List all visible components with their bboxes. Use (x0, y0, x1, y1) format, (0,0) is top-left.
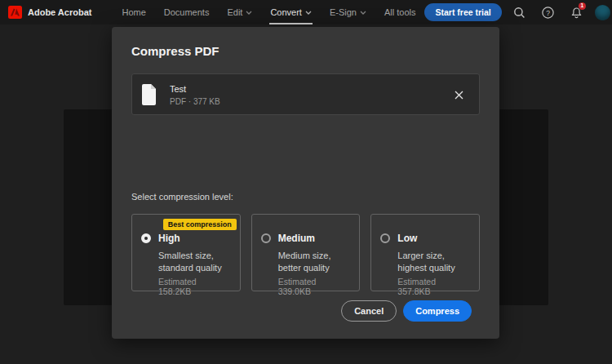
topbar-actions: Start free trial ? 1 (424, 2, 612, 23)
help-icon[interactable]: ? (538, 2, 559, 23)
chevron-down-icon (246, 11, 252, 15)
cancel-button[interactable]: Cancel (341, 300, 397, 322)
notifications-bell-icon[interactable]: 1 (566, 2, 588, 23)
nav-label: Convert (270, 7, 302, 17)
option-card-low[interactable]: Low Larger size, highest quality Estimat… (370, 214, 480, 291)
option-estimate: Estimated 339.0KB (278, 277, 352, 296)
nav-item-all-tools[interactable]: All tools (375, 0, 425, 24)
compress-button[interactable]: Compress (403, 300, 472, 322)
search-icon[interactable] (509, 2, 530, 23)
close-icon[interactable] (450, 86, 468, 104)
brand-title: Adobe Acrobat (28, 7, 91, 17)
notification-badge: 1 (579, 2, 586, 10)
adobe-logo-icon[interactable] (8, 6, 22, 19)
option-name: Medium (278, 233, 315, 244)
top-navigation-bar: Adobe Acrobat Home Documents Edit Conver… (0, 0, 612, 24)
nav-label: E-Sign (330, 7, 357, 17)
option-estimate: Estimated 357.8KB (397, 277, 471, 296)
radio-high-selected[interactable] (141, 233, 151, 243)
main-nav: Home Documents Edit Convert E-Sign All t… (113, 0, 424, 24)
radio-low[interactable] (380, 233, 390, 243)
chevron-down-icon (305, 11, 312, 15)
nav-label: Home (122, 7, 145, 17)
compression-level-label: Select compression level: (131, 192, 233, 202)
acrobat-app: Adobe Acrobat Home Documents Edit Conver… (0, 0, 612, 364)
nav-label: Documents (164, 7, 210, 17)
nav-item-documents[interactable]: Documents (155, 0, 219, 24)
file-meta: PDF · 377 KB (170, 97, 220, 106)
nav-label: Edit (227, 7, 242, 17)
option-name: High (158, 233, 180, 244)
svg-text:?: ? (546, 8, 550, 16)
option-estimate: Estimated 158.2KB (158, 277, 232, 296)
option-card-medium[interactable]: Medium Medium size, better quality Estim… (251, 214, 361, 291)
option-description: Medium size, better quality (278, 250, 352, 274)
nav-item-edit[interactable]: Edit (218, 0, 261, 24)
dialog-actions: Cancel Compress (341, 300, 472, 322)
nav-item-convert[interactable]: Convert (261, 0, 321, 24)
radio-medium[interactable] (261, 233, 271, 243)
option-name: Low (397, 233, 417, 244)
avatar[interactable] (595, 5, 610, 20)
option-card-high[interactable]: Best compression High Smallest size, sta… (131, 214, 241, 291)
nav-item-esign[interactable]: E-Sign (321, 0, 375, 24)
compression-options: Best compression High Smallest size, sta… (131, 214, 480, 291)
option-description: Smallest size, standard quality (158, 250, 232, 274)
start-free-trial-button[interactable]: Start free trial (424, 3, 501, 21)
best-compression-badge: Best compression (163, 219, 237, 230)
option-description: Larger size, highest quality (397, 250, 471, 274)
chevron-down-icon (360, 11, 366, 15)
nav-item-home[interactable]: Home (113, 0, 154, 24)
dialog-title: Compress PDF (131, 44, 220, 58)
document-icon (141, 84, 157, 105)
file-card: Test PDF · 377 KB (131, 73, 480, 115)
compress-pdf-dialog: Compress PDF Test PDF · 377 KB Select co… (112, 27, 499, 339)
nav-label: All tools (384, 7, 416, 17)
file-name: Test (170, 84, 186, 94)
